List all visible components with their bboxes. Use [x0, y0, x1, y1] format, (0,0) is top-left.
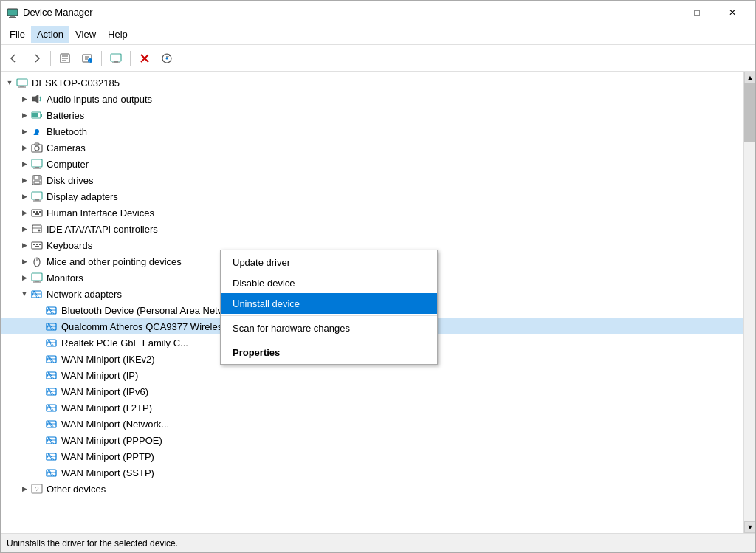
status-text: Uninstalls the driver for the selected d…	[7, 538, 178, 549]
tree-item-icon	[45, 320, 58, 333]
expander-icon[interactable]: ▶	[18, 483, 30, 495]
expander-icon[interactable]	[33, 304, 45, 316]
scrollbar[interactable]: ▲ ▼	[743, 72, 755, 533]
expander-icon[interactable]	[33, 418, 45, 430]
svg-rect-35	[38, 176, 40, 179]
tree-item[interactable]: WAN Miniport (PPTP)	[1, 448, 743, 464]
tree-item-label: Mice and other pointing devices	[47, 256, 182, 267]
tree-item[interactable]: WAN Miniport (IP)	[1, 367, 743, 383]
expander-icon[interactable]: ▼	[18, 288, 30, 300]
svg-rect-49	[33, 244, 35, 245]
tree-item[interactable]: ▶Batteries	[1, 107, 743, 123]
menu-action[interactable]: Action	[31, 26, 69, 43]
expander-icon[interactable]: ▶	[18, 190, 30, 202]
device-manager-window: Device Manager — □ ✕ File Action View He…	[0, 0, 756, 553]
tree-item-icon	[45, 433, 58, 447]
maximize-button[interactable]: □	[680, 1, 714, 24]
context-menu-item[interactable]: Disable device	[221, 272, 437, 293]
tree-item[interactable]: ▶?Other devices	[1, 481, 743, 497]
tree-item-label: WAN Miniport (IPv6)	[61, 386, 148, 397]
tree-item[interactable]: ▶Human Interface Devices	[1, 205, 743, 221]
expander-icon[interactable]: ▶	[18, 272, 30, 284]
tree-item[interactable]: ▶Audio inputs and outputs	[1, 91, 743, 107]
expander-icon[interactable]	[33, 385, 45, 397]
expander-icon[interactable]	[33, 434, 45, 446]
tree-item[interactable]: WAN Miniport (L2TP)	[1, 399, 743, 416]
tree-item-icon	[45, 368, 58, 382]
tree-item[interactable]: ▶Cameras	[1, 140, 743, 156]
expander-icon[interactable]: ▶	[18, 93, 30, 105]
context-menu-item[interactable]: Properties	[221, 342, 437, 363]
expander-icon[interactable]: ▶	[18, 109, 30, 121]
tree-item-icon	[30, 174, 44, 187]
context-menu-item[interactable]: Uninstall device	[221, 293, 437, 314]
app-icon	[7, 7, 18, 18]
svg-rect-44	[35, 213, 39, 215]
expander-icon[interactable]	[33, 337, 45, 348]
toolbar-scan[interactable]	[157, 48, 177, 69]
tree-item[interactable]: WAN Miniport (PPPOE)	[1, 432, 743, 448]
tree-item-label: WAN Miniport (PPTP)	[61, 451, 154, 462]
tree-item[interactable]: WAN Miniport (Network...	[1, 416, 743, 432]
tree-item-icon	[45, 466, 58, 479]
context-menu-item[interactable]: Scan for hardware changes	[221, 317, 437, 338]
expander-icon[interactable]: ▶	[18, 239, 30, 251]
scroll-down-button[interactable]: ▼	[744, 521, 755, 533]
tree-item-icon	[45, 303, 58, 317]
expander-icon[interactable]	[33, 320, 45, 332]
scroll-track[interactable]	[744, 83, 755, 521]
tree-item-label: WAN Miniport (IP)	[61, 370, 138, 381]
expander-icon[interactable]	[33, 467, 45, 478]
close-button[interactable]: ✕	[715, 1, 749, 24]
tree-item-icon	[30, 255, 44, 268]
tree-root[interactable]: ▼ DESKTOP-C032185	[1, 75, 743, 91]
expander-icon[interactable]: ▶	[18, 174, 30, 186]
expander-icon[interactable]: ▶	[18, 223, 30, 235]
expander-icon[interactable]: ▶	[18, 207, 30, 219]
expander-icon[interactable]: ▶	[18, 142, 30, 154]
toolbar-remove[interactable]	[134, 48, 155, 69]
expander-icon[interactable]	[33, 369, 45, 381]
expander-icon[interactable]	[33, 353, 45, 365]
tree-item-label: Realtek PCIe GbE Family C...	[61, 337, 188, 348]
toolbar-computer[interactable]	[106, 48, 126, 69]
context-menu-item[interactable]: Update driver	[221, 252, 437, 272]
menu-file[interactable]: File	[4, 26, 31, 43]
tree-item[interactable]: WAN Miniport (IPv6)	[1, 383, 743, 399]
tree-item[interactable]: ▶IDE ATA/ATAPI controllers	[1, 221, 743, 237]
root-expander[interactable]: ▼	[4, 77, 16, 89]
svg-rect-24	[32, 113, 38, 117]
tree-item[interactable]: ▶Computer	[1, 156, 743, 172]
title-bar: Device Manager — □ ✕	[1, 1, 755, 24]
tree-item-icon	[30, 157, 44, 171]
tree-item[interactable]: ▶Disk drives	[1, 172, 743, 188]
menu-view[interactable]: View	[69, 26, 102, 43]
expander-icon[interactable]	[33, 402, 45, 413]
context-menu-separator	[221, 340, 437, 340]
tree-item-label: Monitors	[47, 272, 83, 284]
tree-item-icon	[45, 352, 58, 365]
tree-item[interactable]: ▶Display adapters	[1, 188, 743, 205]
expander-icon[interactable]	[33, 450, 45, 462]
tree-item[interactable]: ▶▲Bluetooth	[1, 123, 743, 140]
tree-item-icon	[45, 417, 58, 430]
tree-item-icon	[45, 385, 58, 398]
expander-icon[interactable]: ▶	[18, 126, 30, 137]
svg-rect-51	[39, 244, 41, 245]
svg-rect-50	[36, 244, 38, 245]
toolbar-forward[interactable]	[26, 48, 47, 69]
svg-point-26	[35, 129, 39, 134]
tree-item-label: Other devices	[47, 484, 106, 495]
toolbar-properties[interactable]	[55, 48, 75, 69]
svg-rect-12	[111, 54, 121, 61]
toolbar-back[interactable]	[4, 48, 24, 69]
tree-item-label: Bluetooth	[47, 126, 87, 137]
tree-item[interactable]: WAN Miniport (SSTP)	[1, 464, 743, 481]
scroll-up-button[interactable]: ▲	[744, 72, 755, 83]
expander-icon[interactable]: ▶	[18, 255, 30, 267]
minimize-button[interactable]: —	[645, 1, 678, 24]
expander-icon[interactable]: ▶	[18, 158, 30, 170]
scroll-thumb[interactable]	[744, 83, 755, 142]
toolbar-update-driver[interactable]: i	[77, 48, 97, 69]
menu-help[interactable]: Help	[102, 26, 134, 43]
